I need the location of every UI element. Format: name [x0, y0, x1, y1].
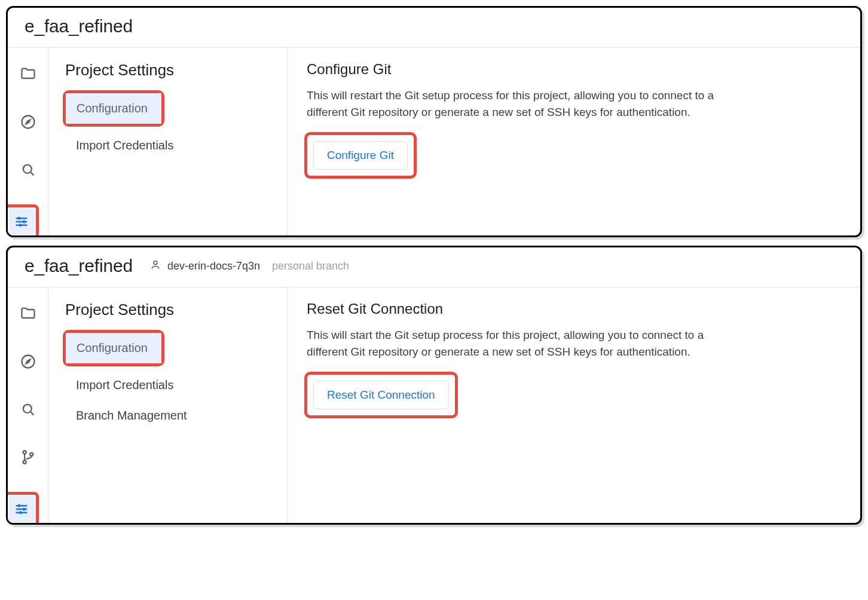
sidebar-title: Project Settings — [65, 61, 270, 79]
configure-git-button-highlight: Configure Git — [304, 132, 417, 179]
panel-reset-git: e_faa_refined dev-erin-docs-7q3n persona… — [6, 246, 862, 525]
svg-rect-19 — [18, 504, 20, 507]
section-description: This will restart the Git setup process … — [307, 87, 737, 120]
svg-rect-20 — [23, 508, 25, 511]
configuration-highlight: Configuration — [63, 330, 164, 366]
svg-point-12 — [23, 405, 31, 413]
reset-git-button-highlight: Reset Git Connection — [304, 372, 458, 418]
main-content: Configure Git This will restart the Git … — [288, 48, 860, 235]
settings-sidebar: Project Settings Configuration Import Cr… — [48, 48, 288, 235]
svg-point-13 — [23, 451, 26, 454]
content-area: Project Settings Configuration Import Cr… — [8, 47, 860, 235]
nav-configuration[interactable]: Configuration — [66, 333, 161, 363]
svg-rect-7 — [23, 221, 25, 224]
folder-icon[interactable] — [15, 61, 41, 87]
svg-point-2 — [23, 165, 31, 173]
content-area: Project Settings Configuration Import Cr… — [8, 287, 860, 523]
svg-rect-6 — [18, 217, 20, 220]
nav-import-credentials[interactable]: Import Credentials — [65, 130, 270, 161]
panel-configure-git: e_faa_refined Project Settings Configura… — [6, 6, 862, 237]
project-name: e_faa_refined — [25, 16, 133, 36]
project-name: e_faa_refined — [25, 256, 133, 276]
branch-name: dev-erin-docs-7q3n — [167, 260, 260, 273]
settings-icon-highlight — [6, 204, 39, 237]
branch-indicator[interactable]: dev-erin-docs-7q3n personal branch — [149, 259, 349, 274]
folder-icon[interactable] — [15, 301, 41, 327]
settings-sliders-icon[interactable] — [8, 496, 35, 522]
section-heading: Configure Git — [307, 61, 836, 78]
reset-git-button[interactable]: Reset Git Connection — [313, 381, 449, 409]
nav-configuration[interactable]: Configuration — [66, 93, 161, 124]
settings-icon-highlight — [6, 492, 39, 525]
configuration-highlight: Configuration — [63, 90, 164, 127]
topbar: e_faa_refined — [8, 8, 860, 47]
icon-rail — [8, 287, 48, 523]
compass-icon[interactable] — [15, 348, 41, 375]
branch-type: personal branch — [272, 260, 349, 273]
nav-import-credentials[interactable]: Import Credentials — [65, 370, 270, 400]
svg-rect-8 — [20, 224, 22, 227]
user-icon — [149, 259, 161, 274]
main-content: Reset Git Connection This will start the… — [288, 287, 860, 523]
svg-marker-1 — [26, 120, 30, 124]
settings-sidebar: Project Settings Configuration Import Cr… — [48, 287, 288, 523]
svg-point-9 — [154, 261, 157, 264]
svg-rect-21 — [20, 512, 22, 515]
section-heading: Reset Git Connection — [307, 301, 836, 317]
topbar: e_faa_refined dev-erin-docs-7q3n persona… — [8, 247, 860, 287]
search-history-icon[interactable] — [15, 396, 41, 423]
svg-marker-11 — [26, 360, 30, 364]
sidebar-title: Project Settings — [65, 301, 270, 319]
git-branch-icon[interactable] — [15, 444, 41, 470]
icon-rail — [8, 48, 48, 235]
section-description: This will start the Git setup process fo… — [307, 327, 737, 360]
search-history-icon[interactable] — [15, 157, 41, 183]
svg-point-14 — [23, 461, 26, 464]
configure-git-button[interactable]: Configure Git — [313, 141, 408, 170]
nav-branch-management[interactable]: Branch Management — [65, 400, 270, 431]
svg-point-15 — [30, 453, 33, 456]
compass-icon[interactable] — [15, 109, 41, 135]
settings-sliders-icon[interactable] — [8, 209, 35, 235]
